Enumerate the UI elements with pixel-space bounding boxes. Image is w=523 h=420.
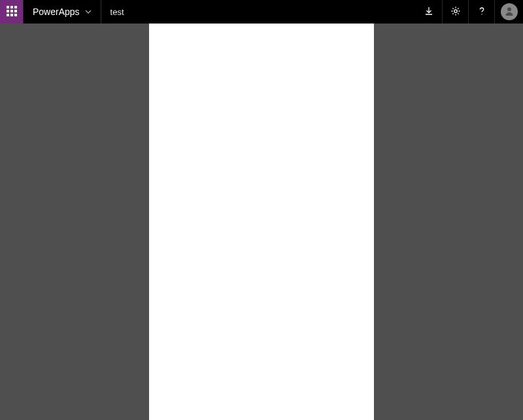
- chevron-down-icon: [85, 7, 92, 17]
- svg-point-9: [454, 9, 456, 12]
- svg-rect-0: [7, 6, 9, 8]
- svg-rect-5: [14, 10, 17, 12]
- brand-label: PowerApps: [33, 7, 80, 17]
- help-button[interactable]: [468, 0, 494, 24]
- download-button[interactable]: [416, 0, 442, 24]
- brand-dropdown[interactable]: PowerApps: [24, 0, 101, 24]
- app-name-label: test: [101, 0, 133, 24]
- top-bar: PowerApps test: [0, 0, 523, 24]
- svg-point-10: [481, 14, 482, 14]
- app-name-text: test: [110, 7, 124, 17]
- settings-button[interactable]: [442, 0, 468, 24]
- waffle-icon: [7, 6, 17, 18]
- svg-rect-2: [14, 6, 17, 8]
- svg-rect-3: [7, 10, 9, 12]
- person-icon: [504, 6, 515, 18]
- topbar-spacer: [133, 0, 416, 24]
- svg-rect-1: [10, 6, 13, 8]
- svg-point-11: [507, 7, 511, 11]
- download-icon: [424, 6, 434, 18]
- svg-rect-7: [10, 14, 13, 16]
- canvas-stage: [0, 24, 523, 420]
- svg-rect-6: [7, 14, 9, 16]
- svg-rect-8: [14, 14, 17, 16]
- account-button[interactable]: [494, 0, 523, 24]
- svg-rect-4: [10, 10, 13, 12]
- help-icon: [477, 6, 487, 18]
- avatar-circle: [501, 3, 518, 20]
- gear-icon: [450, 6, 461, 18]
- app-canvas[interactable]: [149, 24, 374, 420]
- app-launcher-button[interactable]: [0, 0, 24, 24]
